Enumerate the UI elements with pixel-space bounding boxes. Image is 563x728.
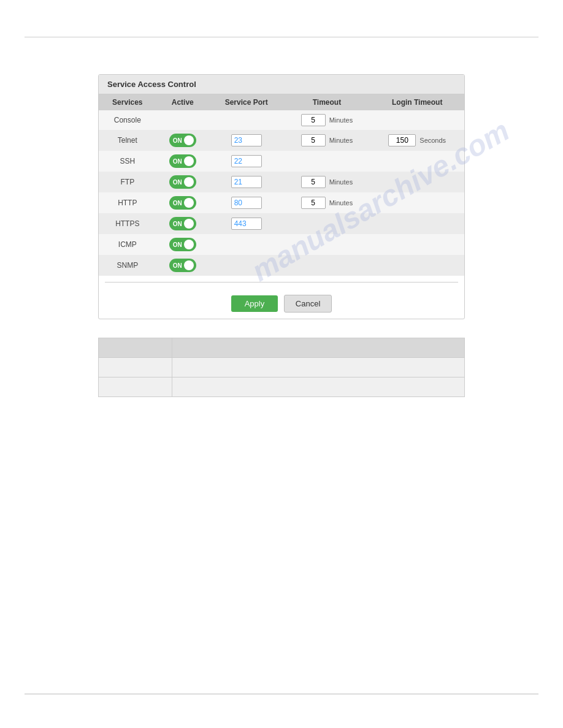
timeout-input[interactable] bbox=[301, 176, 326, 188]
toggle-switch[interactable]: ON bbox=[169, 259, 196, 272]
service-name: SNMP bbox=[99, 255, 156, 276]
timeout-unit-label: Minutes bbox=[329, 199, 353, 207]
toggle-switch[interactable]: ON bbox=[169, 238, 196, 251]
toggle-knob bbox=[184, 156, 194, 166]
timeout-container: Minutes bbox=[289, 197, 364, 209]
bottom-divider bbox=[25, 694, 538, 694]
info-cell bbox=[172, 338, 465, 358]
toggle-switch[interactable]: ON bbox=[169, 175, 196, 189]
login-timeout-cell bbox=[370, 110, 464, 130]
toggle-label: ON bbox=[173, 137, 182, 144]
active-cell: ON bbox=[156, 151, 209, 172]
table-row: HTTPSON bbox=[99, 213, 464, 234]
button-row: Apply Cancel bbox=[99, 289, 464, 319]
toggle-switch[interactable]: ON bbox=[169, 196, 196, 210]
toggle-label: ON bbox=[173, 179, 182, 186]
login-timeout-unit-label: Seconds bbox=[419, 137, 446, 144]
port-input[interactable] bbox=[231, 176, 262, 188]
table-row: FTPONMinutes bbox=[99, 172, 464, 192]
port-cell bbox=[209, 110, 283, 130]
service-name: Console bbox=[99, 110, 156, 130]
panel-title: Service Access Control bbox=[99, 75, 464, 94]
table-row: ICMPON bbox=[99, 234, 464, 255]
service-name: FTP bbox=[99, 172, 156, 192]
timeout-cell: Minutes bbox=[283, 130, 370, 151]
toggle-knob bbox=[184, 135, 194, 145]
port-cell bbox=[209, 213, 283, 234]
port-cell bbox=[209, 172, 283, 192]
timeout-cell bbox=[283, 213, 370, 234]
active-cell bbox=[156, 110, 209, 130]
info-table bbox=[98, 338, 465, 397]
timeout-unit-label: Minutes bbox=[329, 178, 353, 186]
port-cell bbox=[209, 255, 283, 276]
timeout-cell bbox=[283, 234, 370, 255]
toggle-switch[interactable]: ON bbox=[169, 134, 196, 147]
top-divider bbox=[25, 37, 538, 37]
toggle-label: ON bbox=[173, 158, 182, 165]
timeout-unit-label: Minutes bbox=[329, 116, 353, 124]
service-name: HTTP bbox=[99, 192, 156, 213]
toggle-label: ON bbox=[173, 221, 182, 227]
login-timeout-cell: Seconds bbox=[370, 130, 464, 151]
timeout-container: Minutes bbox=[289, 134, 364, 146]
info-cell bbox=[172, 377, 465, 397]
port-cell bbox=[209, 151, 283, 172]
login-timeout-input[interactable] bbox=[388, 134, 416, 146]
table-row: SSHON bbox=[99, 151, 464, 172]
col-active: Active bbox=[156, 94, 209, 110]
col-timeout: Timeout bbox=[283, 94, 370, 110]
login-timeout-cell bbox=[370, 172, 464, 192]
service-table: Services Active Service Port Timeout Log… bbox=[99, 94, 464, 276]
port-input[interactable] bbox=[231, 218, 262, 230]
info-cell bbox=[99, 358, 172, 377]
col-services: Services bbox=[99, 94, 156, 110]
toggle-switch[interactable]: ON bbox=[169, 217, 196, 230]
table-header-row: Services Active Service Port Timeout Log… bbox=[99, 94, 464, 110]
toggle-knob bbox=[184, 198, 194, 208]
toggle-knob bbox=[184, 219, 194, 229]
toggle-knob bbox=[184, 240, 194, 249]
timeout-cell bbox=[283, 255, 370, 276]
table-row: SNMPON bbox=[99, 255, 464, 276]
active-cell: ON bbox=[156, 213, 209, 234]
timeout-input[interactable] bbox=[301, 134, 326, 146]
table-row: HTTPONMinutes bbox=[99, 192, 464, 213]
timeout-input[interactable] bbox=[301, 197, 326, 209]
service-name: ICMP bbox=[99, 234, 156, 255]
timeout-container: Minutes bbox=[289, 176, 364, 188]
table-row: ConsoleMinutes bbox=[99, 110, 464, 130]
active-cell: ON bbox=[156, 172, 209, 192]
toggle-label: ON bbox=[173, 241, 182, 248]
port-input[interactable] bbox=[231, 155, 262, 167]
form-divider bbox=[105, 282, 458, 282]
login-timeout-cell bbox=[370, 213, 464, 234]
table-row bbox=[99, 338, 465, 358]
toggle-switch[interactable]: ON bbox=[169, 154, 196, 168]
active-cell: ON bbox=[156, 130, 209, 151]
table-row: TelnetONMinutesSeconds bbox=[99, 130, 464, 151]
service-name: Telnet bbox=[99, 130, 156, 151]
login-timeout-cell bbox=[370, 255, 464, 276]
info-cell bbox=[99, 377, 172, 397]
port-input[interactable] bbox=[231, 197, 262, 209]
timeout-input[interactable] bbox=[301, 114, 326, 126]
timeout-unit-label: Minutes bbox=[329, 137, 353, 144]
port-cell bbox=[209, 130, 283, 151]
timeout-container: Minutes bbox=[289, 114, 364, 126]
toggle-label: ON bbox=[173, 200, 182, 207]
info-cell bbox=[172, 358, 465, 377]
timeout-cell: Minutes bbox=[283, 110, 370, 130]
table-row bbox=[99, 358, 465, 377]
active-cell: ON bbox=[156, 192, 209, 213]
info-cell bbox=[99, 338, 172, 358]
login-timeout-cell bbox=[370, 151, 464, 172]
cancel-button[interactable]: Cancel bbox=[284, 295, 332, 313]
apply-button[interactable]: Apply bbox=[231, 295, 278, 312]
login-timeout-container: Seconds bbox=[376, 134, 458, 146]
col-login-timeout: Login Timeout bbox=[370, 94, 464, 110]
port-input[interactable] bbox=[231, 134, 262, 146]
timeout-cell bbox=[283, 151, 370, 172]
service-access-control-panel: Service Access Control Services Active S… bbox=[98, 74, 465, 319]
port-cell bbox=[209, 234, 283, 255]
